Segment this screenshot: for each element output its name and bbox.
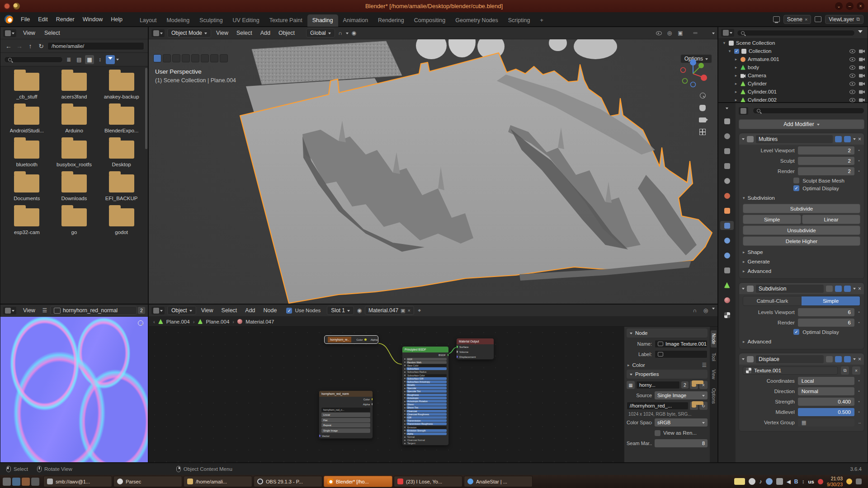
subdivision-section-header[interactable]: ▾Subdivision [739, 193, 864, 202]
bsdf-input-row[interactable]: Transmission Roughness [402, 422, 448, 426]
overlays-icon[interactable]: ◎ [701, 306, 710, 315]
hide-eye-icon[interactable] [849, 49, 855, 53]
direction-dropdown[interactable]: Normal [798, 387, 854, 395]
workspace-tab[interactable]: Shading [307, 14, 338, 27]
orientation-dropdown[interactable]: Global [306, 28, 335, 38]
folder-item[interactable]: go [51, 208, 98, 235]
folder-item[interactable]: godot [98, 208, 145, 235]
forward-button[interactable]: → [15, 42, 24, 50]
colorspace-dropdown[interactable]: sRGB [655, 418, 708, 427]
tab-options[interactable]: Options [711, 385, 717, 407]
zoom-icon[interactable] [700, 93, 706, 99]
workspace-tab[interactable]: Compositing [409, 14, 450, 27]
breadcrumb-material[interactable]: Material.047 [245, 319, 274, 324]
breadcrumb-data[interactable]: Plane.004 [206, 319, 229, 324]
tab-tool[interactable]: Tool [711, 350, 717, 364]
projection-dropdown[interactable]: Flat [321, 418, 370, 422]
tab-texture[interactable] [722, 310, 731, 319]
display-vertical-list-button[interactable]: ≣ [64, 55, 73, 64]
subdivide-simple-button[interactable]: Simple [743, 215, 801, 224]
sculpt-level-field[interactable]: 2 [798, 157, 854, 165]
taskbar-window-obs[interactable]: OBS 29.1.3 - P... [254, 476, 322, 487]
close-icon[interactable]: × [858, 286, 861, 292]
clock[interactable]: 21:03 9/30/23 [827, 476, 843, 487]
color-socket[interactable] [364, 338, 367, 341]
properties-search-input[interactable] [753, 108, 864, 114]
bsdf-input-row[interactable]: Anisotropic Rotation [402, 399, 448, 403]
interpolation-dropdown[interactable]: Linear [321, 413, 370, 417]
show-overlays-icon[interactable]: ◎ [665, 28, 674, 38]
display-thumbnail-button[interactable]: ▦ [85, 55, 94, 64]
extension-dropdown[interactable]: Repeat [321, 423, 370, 427]
expand-chevron-icon[interactable] [742, 358, 745, 361]
node-image-texture-2[interactable]: hornyhorn_red_norm Color Alpha hornyhorn… [319, 390, 373, 439]
render-camera-icon[interactable] [859, 82, 865, 86]
tab-world[interactable] [722, 191, 731, 200]
menu-item[interactable]: Select [232, 28, 256, 38]
scene-selector[interactable]: Scene× [783, 15, 811, 24]
advanced-section-header[interactable]: ▸Advanced [739, 337, 864, 346]
breadcrumb-object[interactable]: Plane.004 [166, 319, 190, 324]
expand-icon[interactable]: ▸ [734, 89, 738, 94]
subdivide-linear-button[interactable]: Linear [802, 215, 860, 224]
viewlayer-copy-icon[interactable]: ⧉ [856, 16, 860, 22]
render-camera-icon[interactable] [859, 57, 865, 61]
use-nodes-checkbox[interactable]: ✓ [286, 308, 292, 314]
outliner-row-cylinder[interactable]: ▸ Cylinder [718, 80, 868, 88]
strength-field[interactable]: 0.400 [798, 398, 854, 406]
node-image-texture-1[interactable]: hornyhorn_re.. Color Alpha hornyhorn_red… [324, 335, 378, 344]
image-datablock-field[interactable]: horny... [636, 381, 680, 389]
editor-type-button[interactable] [151, 29, 165, 37]
close-icon[interactable]: × [858, 356, 861, 362]
hide-eye-icon[interactable] [849, 82, 855, 86]
source-dropdown[interactable]: Single Image [321, 428, 370, 433]
taskbar-window-blender[interactable]: Blender* [/ho... [324, 476, 392, 487]
pan-hand-icon[interactable] [699, 105, 706, 111]
tab-constraints[interactable] [722, 266, 731, 275]
render-camera-icon[interactable] [859, 49, 865, 53]
workspace-tab[interactable]: + [535, 14, 548, 27]
tab-tool[interactable] [722, 117, 731, 126]
outliner-row-cylinder-001[interactable]: ▸ Cylinder.001 [718, 88, 868, 96]
expand-chevron-icon[interactable] [742, 138, 745, 141]
bsdf-input-row[interactable]: IOR [402, 416, 448, 419]
bsdf-input-row[interactable]: Emission Strength [402, 429, 448, 432]
tool-scale-icon[interactable] [220, 54, 228, 62]
show-gizmo-icon[interactable] [654, 28, 663, 38]
bsdf-input-row[interactable]: Subsurface IOR [402, 377, 448, 380]
bsdf-input-row[interactable]: Metallic [402, 384, 448, 387]
properties-section-header[interactable]: Properties [627, 370, 708, 379]
show-viewport-toggle[interactable] [835, 356, 842, 362]
coordinates-dropdown[interactable]: Local [798, 377, 854, 385]
node-section-header[interactable]: Node [627, 328, 708, 338]
folder-item[interactable]: Downloads [51, 174, 98, 201]
hide-eye-icon[interactable] [849, 74, 855, 78]
outliner-row-body[interactable]: ▸ body [718, 63, 868, 71]
bsdf-input-row[interactable]: Subsurface Anisotropy [402, 380, 448, 383]
surface-socket[interactable] [456, 346, 458, 348]
editor-type-button[interactable] [721, 29, 734, 37]
advanced-section-header[interactable]: ▸Advanced [739, 266, 864, 276]
outliner-row-scene-collection[interactable]: ▾ Scene Collection [718, 39, 868, 47]
browse-file-button[interactable] [690, 402, 698, 410]
shape-section-header[interactable]: ▸Shape [739, 247, 864, 257]
extras-chevron-icon[interactable] [853, 358, 856, 361]
render-camera-icon[interactable] [859, 74, 865, 78]
folder-item[interactable]: bluetooth [3, 141, 51, 167]
menu-item[interactable]: View [212, 28, 232, 38]
render-levels-field[interactable]: 6 [798, 319, 854, 327]
tab-object-data[interactable] [722, 281, 731, 290]
shading-solid-button[interactable] [693, 32, 698, 34]
folder-item[interactable]: anakey-backup [98, 73, 145, 99]
bsdf-input-row[interactable]: Normal [402, 436, 448, 439]
show-render-toggle[interactable] [844, 286, 851, 292]
normal-map-canvas[interactable] [0, 317, 148, 462]
material-unlink-icon[interactable]: × [407, 308, 410, 313]
menu-item[interactable]: Window [79, 15, 107, 24]
taskbar-window-smb[interactable]: smb://awv@1... [43, 476, 112, 487]
bluetooth-icon[interactable]: B [794, 479, 798, 485]
alpha-socket[interactable] [372, 403, 373, 405]
seam-margin-field[interactable]: 8 [655, 439, 708, 447]
taskbar-window-home[interactable]: /home/amali... [184, 476, 252, 487]
extras-chevron-icon[interactable] [853, 138, 856, 141]
